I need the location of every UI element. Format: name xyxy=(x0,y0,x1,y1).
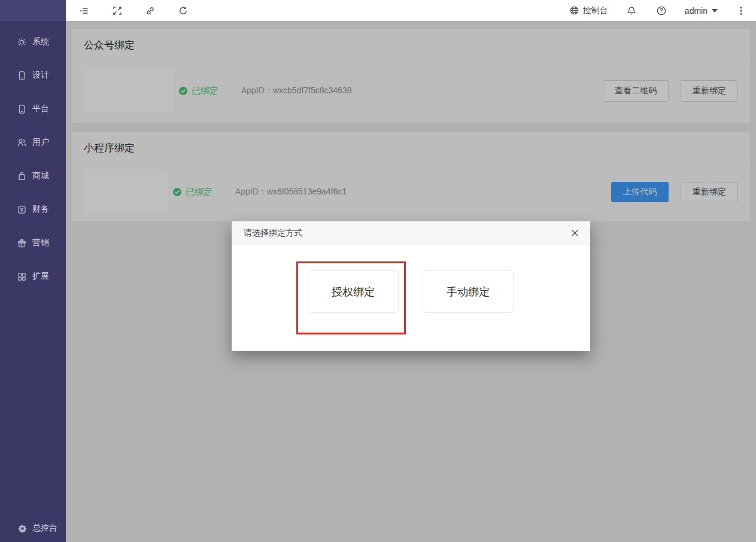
sidebar-item-label: 扩展 xyxy=(32,271,49,282)
shop-bag-icon xyxy=(17,171,27,181)
collapse-sidebar-icon[interactable] xyxy=(78,4,91,17)
fullscreen-icon[interactable] xyxy=(111,4,124,17)
refresh-icon[interactable] xyxy=(177,4,190,17)
dialog-body: 授权绑定 手动绑定 xyxy=(232,245,590,351)
sidebar-item-label: 用户 xyxy=(32,137,49,148)
sidebar-item-platform[interactable]: 平台 xyxy=(0,92,66,126)
solid-gear-icon xyxy=(18,524,27,533)
console-label: 控制台 xyxy=(583,5,608,16)
sidebar-item-label: 平台 xyxy=(32,103,49,114)
sidebar-item-system[interactable]: 系统 xyxy=(0,25,66,59)
sidebar: 系统 设计 平台 用户 xyxy=(0,0,66,542)
mobile-icon xyxy=(17,71,27,81)
topbar-right: 控制台 admin xyxy=(569,4,748,17)
sidebar-item-marketing[interactable]: 营销 xyxy=(0,226,66,260)
sidebar-item-extension[interactable]: 扩展 xyxy=(0,260,66,293)
gear-icon xyxy=(17,37,27,47)
sidebar-item-console[interactable]: 总控台 xyxy=(0,516,66,541)
dialog-header: 请选择绑定方式 xyxy=(232,221,590,245)
globe-icon xyxy=(569,5,579,16)
dialog-title: 请选择绑定方式 xyxy=(244,228,302,239)
sidebar-item-design[interactable]: 设计 xyxy=(0,59,66,92)
sidebar-item-mall[interactable]: 商城 xyxy=(0,159,66,193)
sidebar-item-label: 系统 xyxy=(32,36,49,47)
admin-username: admin xyxy=(685,6,708,16)
manual-binding-option[interactable]: 手动绑定 xyxy=(423,270,514,313)
sidebar-item-label: 财务 xyxy=(32,204,49,215)
sidebar-item-label: 营销 xyxy=(32,237,49,248)
gift-icon xyxy=(17,238,27,248)
users-icon xyxy=(17,138,27,148)
bell-icon[interactable] xyxy=(625,4,638,17)
sidebar-item-finance[interactable]: 财务 xyxy=(0,193,66,226)
topbar: 控制台 admin xyxy=(66,0,756,21)
auth-binding-option[interactable]: 授权绑定 xyxy=(308,270,399,313)
kebab-menu-icon[interactable] xyxy=(734,4,748,17)
mobile-icon xyxy=(17,104,27,114)
sidebar-item-users[interactable]: 用户 xyxy=(0,126,66,159)
link-icon[interactable] xyxy=(144,4,157,17)
help-icon[interactable] xyxy=(655,4,668,17)
close-icon[interactable] xyxy=(569,227,581,239)
logo-area[interactable] xyxy=(0,0,66,21)
sidebar-nav: 系统 设计 平台 用户 xyxy=(0,21,66,293)
sidebar-item-label: 设计 xyxy=(32,70,49,81)
console-button[interactable]: 控制台 xyxy=(569,5,608,16)
admin-dropdown[interactable]: admin xyxy=(685,6,718,16)
binding-method-dialog: 请选择绑定方式 授权绑定 手动绑定 xyxy=(232,221,590,351)
yuan-icon xyxy=(17,205,27,215)
app-root: 系统 设计 平台 用户 xyxy=(0,0,756,542)
chevron-down-icon xyxy=(712,9,718,13)
sidebar-footer-label: 总控台 xyxy=(32,523,57,534)
topbar-left-icons xyxy=(78,4,190,17)
sidebar-item-label: 商城 xyxy=(32,170,49,181)
grid-icon xyxy=(17,272,27,282)
